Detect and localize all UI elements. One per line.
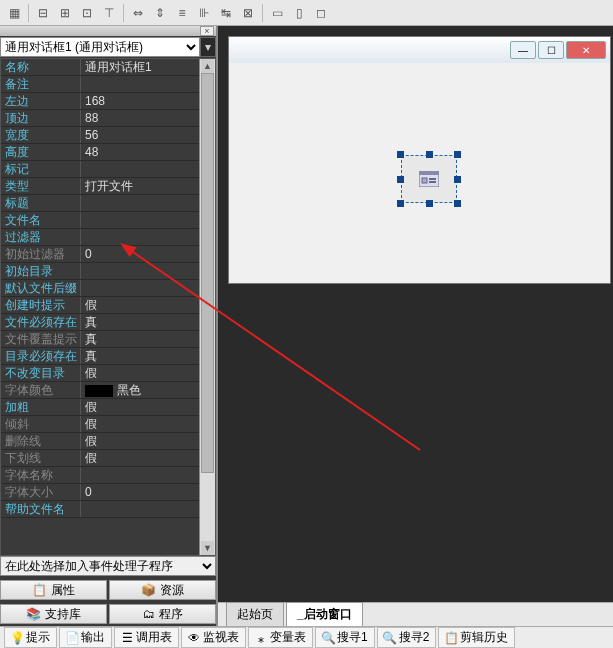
event-handler-selector[interactable]: 在此处选择加入事件处理子程序	[0, 556, 216, 576]
property-value[interactable]: 假	[81, 297, 215, 313]
resize-handle[interactable]	[397, 151, 404, 158]
properties-button[interactable]: 📋 属性	[0, 580, 107, 600]
tab-order-icon[interactable]: ↹	[216, 3, 236, 23]
form-window[interactable]: — ☐ ✕	[228, 36, 611, 284]
resize-handle[interactable]	[397, 200, 404, 207]
property-value[interactable]: 通用对话框1	[81, 59, 215, 75]
support-lib-button[interactable]: 📚 支持库	[0, 604, 107, 624]
property-value[interactable]: 真	[81, 331, 215, 347]
minimize-icon[interactable]: —	[510, 41, 536, 59]
property-row[interactable]: 初始过滤器0	[1, 246, 215, 263]
align-left-icon[interactable]: ⊟	[33, 3, 53, 23]
property-row[interactable]: 下划线假	[1, 450, 215, 467]
tool-grid-icon[interactable]: ▦	[4, 3, 24, 23]
property-row[interactable]: 字体大小0	[1, 484, 215, 501]
property-row[interactable]: 创建时提示假	[1, 297, 215, 314]
property-value[interactable]: 88	[81, 110, 215, 126]
property-value[interactable]: 真	[81, 314, 215, 330]
align-right-icon[interactable]: ⊡	[77, 3, 97, 23]
maximize-icon[interactable]: ☐	[538, 41, 564, 59]
property-value[interactable]: 假	[81, 450, 215, 466]
property-row[interactable]: 高度48	[1, 144, 215, 161]
box1-icon[interactable]: ▭	[267, 3, 287, 23]
same-height-icon[interactable]: ⊪	[194, 3, 214, 23]
tab-calls[interactable]: ☰调用表	[114, 627, 179, 648]
scroll-thumb[interactable]	[201, 73, 214, 473]
property-value[interactable]: 假	[81, 365, 215, 381]
property-row[interactable]: 字体颜色黑色	[1, 382, 215, 399]
align-center-icon[interactable]: ⊞	[55, 3, 75, 23]
property-value[interactable]: 假	[81, 399, 215, 415]
tab-vars[interactable]: ⁎变量表	[248, 627, 313, 648]
property-row[interactable]: 顶边88	[1, 110, 215, 127]
component-selector-dropdown-icon[interactable]: ▾	[200, 37, 216, 57]
property-value[interactable]: 0	[81, 246, 215, 262]
tab-tip[interactable]: 💡提示	[4, 627, 57, 648]
align-top-icon[interactable]: ⊤	[99, 3, 119, 23]
property-row[interactable]: 标记	[1, 161, 215, 178]
component-selector[interactable]: 通用对话框1 (通用对话框)	[0, 37, 200, 57]
property-row[interactable]: 加粗假	[1, 399, 215, 416]
box2-icon[interactable]: ▯	[289, 3, 309, 23]
tab-clip[interactable]: 📋剪辑历史	[438, 627, 515, 648]
property-value[interactable]: 打开文件	[81, 178, 215, 194]
form-body[interactable]	[233, 67, 606, 279]
scrollbar[interactable]: ▲ ▼	[199, 59, 215, 555]
property-value[interactable]: 假	[81, 416, 215, 432]
tab-output[interactable]: 📄输出	[59, 627, 112, 648]
panel-close-icon[interactable]: ×	[200, 26, 214, 36]
close-icon[interactable]: ✕	[566, 41, 606, 59]
resize-handle[interactable]	[397, 176, 404, 183]
tab-startup-window[interactable]: _启动窗口	[286, 602, 363, 626]
property-value[interactable]	[81, 229, 215, 245]
property-value[interactable]	[81, 161, 215, 177]
tab-watch[interactable]: 👁监视表	[181, 627, 246, 648]
property-row[interactable]: 倾斜假	[1, 416, 215, 433]
tab-start-page[interactable]: 起始页	[226, 602, 284, 626]
property-value[interactable]: 48	[81, 144, 215, 160]
property-value[interactable]: 黑色	[81, 382, 215, 398]
property-row[interactable]: 帮助文件名	[1, 501, 215, 518]
property-row[interactable]: 文件名	[1, 212, 215, 229]
resize-handle[interactable]	[454, 200, 461, 207]
property-row[interactable]: 默认文件后缀	[1, 280, 215, 297]
resize-handle[interactable]	[426, 200, 433, 207]
property-value[interactable]	[81, 501, 215, 517]
property-row[interactable]: 过滤器	[1, 229, 215, 246]
scroll-up-icon[interactable]: ▲	[201, 59, 214, 73]
property-value[interactable]	[81, 195, 215, 211]
property-row[interactable]: 左边168	[1, 93, 215, 110]
property-row[interactable]: 删除线假	[1, 433, 215, 450]
property-value[interactable]	[81, 212, 215, 228]
property-row[interactable]: 目录必须存在真	[1, 348, 215, 365]
resources-button[interactable]: 📦 资源	[109, 580, 216, 600]
tab-find1[interactable]: 🔍搜寻1	[315, 627, 375, 648]
same-width-icon[interactable]: ≡	[172, 3, 192, 23]
property-row[interactable]: 字体名称	[1, 467, 215, 484]
property-row[interactable]: 名称通用对话框1	[1, 59, 215, 76]
property-value[interactable]: 0	[81, 484, 215, 500]
property-row[interactable]: 备注	[1, 76, 215, 93]
property-row[interactable]: 不改变目录假	[1, 365, 215, 382]
property-row[interactable]: 文件覆盖提示真	[1, 331, 215, 348]
resize-handle[interactable]	[454, 176, 461, 183]
dist-v-icon[interactable]: ⇕	[150, 3, 170, 23]
property-value[interactable]: 真	[81, 348, 215, 364]
resize-handle[interactable]	[454, 151, 461, 158]
dist-h-icon[interactable]: ⇔	[128, 3, 148, 23]
property-value[interactable]	[81, 76, 215, 92]
scroll-down-icon[interactable]: ▼	[201, 541, 214, 555]
box3-icon[interactable]: ◻	[311, 3, 331, 23]
property-value[interactable]	[81, 280, 215, 296]
property-row[interactable]: 类型打开文件	[1, 178, 215, 195]
program-button[interactable]: 🗂 程序	[109, 604, 216, 624]
property-value[interactable]	[81, 263, 215, 279]
selected-control[interactable]	[401, 155, 457, 203]
property-row[interactable]: 宽度56	[1, 127, 215, 144]
property-value[interactable]: 假	[81, 433, 215, 449]
property-value[interactable]: 56	[81, 127, 215, 143]
lock-icon[interactable]: ⊠	[238, 3, 258, 23]
resize-handle[interactable]	[426, 151, 433, 158]
common-dialog-icon[interactable]	[401, 155, 457, 203]
tab-find2[interactable]: 🔍搜寻2	[377, 627, 437, 648]
